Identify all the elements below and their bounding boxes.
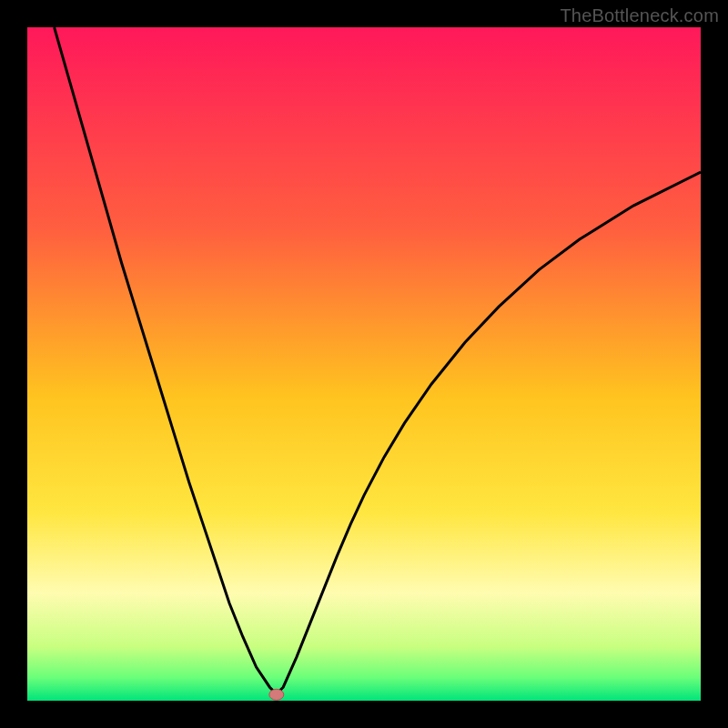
chart-background bbox=[27, 27, 701, 701]
bottleneck-chart bbox=[27, 27, 701, 701]
watermark-text: TheBottleneck.com bbox=[560, 5, 719, 26]
page-root: TheBottleneck.com bbox=[0, 0, 728, 728]
optimum-marker bbox=[269, 689, 284, 700]
chart-area bbox=[27, 27, 701, 701]
